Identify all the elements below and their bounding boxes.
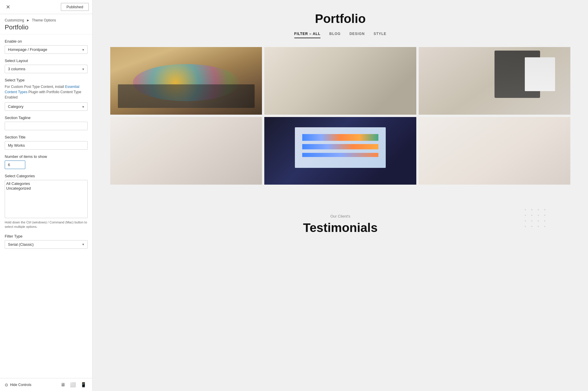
hide-controls-icon: ⊙ xyxy=(5,382,8,387)
bottom-bar: ⊙ Hide Controls 🖥 ⬜ 📱 xyxy=(0,378,92,391)
select-type-wrapper: CategoryPost Type ▼ xyxy=(5,102,88,111)
select-type-info-text1: For Custom Post Type Content, install xyxy=(5,85,65,89)
right-preview: Portfolio FILTER – ALL BLOG DESIGN STYLE xyxy=(93,0,588,391)
published-button[interactable]: Published xyxy=(61,3,89,11)
panel-scroll[interactable]: Enable on Homepage / FrontpageAll PagesN… xyxy=(0,34,92,378)
select-type-label: Select Type xyxy=(5,78,88,82)
select-type-info: For Custom Post Type Content, install Es… xyxy=(5,84,88,100)
portfolio-item xyxy=(110,47,262,115)
portfolio-title: Portfolio xyxy=(110,12,570,26)
num-items-label: Number of items to show xyxy=(5,154,88,159)
category-all: All Categories xyxy=(6,181,86,186)
section-tagline-input[interactable] xyxy=(5,122,88,130)
filter-tabs: FILTER – ALL BLOG DESIGN STYLE xyxy=(110,32,570,38)
select-layout-label: Select Layout xyxy=(5,59,88,63)
portfolio-item xyxy=(419,47,570,115)
num-items-group: Number of items to show xyxy=(5,154,88,169)
breadcrumb-customizing[interactable]: Customizing xyxy=(5,18,24,22)
portfolio-item xyxy=(419,117,570,185)
num-items-input[interactable] xyxy=(5,161,25,169)
breadcrumb-area: Customizing ► Theme Options Portfolio xyxy=(0,14,92,34)
select-layout-select[interactable]: 3 columns2 columns4 columns xyxy=(5,65,88,73)
enable-on-select[interactable]: Homepage / FrontpageAll PagesNone xyxy=(5,45,88,54)
enable-on-select-wrapper: Homepage / FrontpageAll PagesNone ▼ xyxy=(5,45,88,54)
portfolio-item xyxy=(110,117,262,185)
breadcrumb-separator: ► xyxy=(26,18,30,22)
select-type-group: Select Type For Custom Post Type Content… xyxy=(5,78,88,111)
filter-tab-design[interactable]: DESIGN xyxy=(350,32,365,38)
device-icons: 🖥 ⬜ 📱 xyxy=(59,381,88,388)
filter-type-select[interactable]: Serial (Classic)MasonryGrid xyxy=(5,240,88,249)
breadcrumb-theme-options[interactable]: Theme Options xyxy=(32,18,56,22)
page-title: Portfolio xyxy=(5,24,88,31)
portfolio-grid xyxy=(110,47,570,185)
testimonials-section: ++++ ++++ ++++ ++++ Our Client's Testimo… xyxy=(110,202,570,241)
select-type-select[interactable]: CategoryPost Type xyxy=(5,102,88,111)
left-panel: ✕ Published Customizing ► Theme Options … xyxy=(0,0,93,391)
section-title-input[interactable] xyxy=(5,141,88,150)
testimonials-label: Our Client's xyxy=(110,214,570,218)
category-uncategorized: Uncategorized xyxy=(6,186,86,191)
section-tagline-label: Section Tagline xyxy=(5,116,88,120)
categories-hint: Hold down the Ctrl (windows) / Command (… xyxy=(5,220,88,229)
hide-controls-button[interactable]: ⊙ Hide Controls xyxy=(5,382,31,387)
top-bar: ✕ Published xyxy=(0,0,92,14)
categories-select[interactable]: All Categories Uncategorized xyxy=(5,180,88,218)
filter-type-group: Filter Type Serial (Classic)MasonryGrid … xyxy=(5,234,88,249)
enable-on-label: Enable on xyxy=(5,39,88,44)
section-title-label: Section Title xyxy=(5,135,88,139)
section-tagline-group: Section Tagline xyxy=(5,116,88,130)
desktop-icon[interactable]: 🖥 xyxy=(59,381,66,388)
select-categories-group: Select Categories All Categories Uncateg… xyxy=(5,174,88,229)
filter-type-wrapper: Serial (Classic)MasonryGrid ▼ xyxy=(5,240,88,249)
tablet-icon[interactable]: ⬜ xyxy=(69,381,77,388)
breadcrumb: Customizing ► Theme Options xyxy=(5,18,88,22)
hide-controls-label: Hide Controls xyxy=(10,383,31,387)
portfolio-item xyxy=(264,47,416,115)
filter-tab-all[interactable]: FILTER – ALL xyxy=(294,32,320,38)
select-categories-label: Select Categories xyxy=(5,174,88,178)
testimonials-title: Testimonials xyxy=(110,221,570,235)
section-title-group: Section Title xyxy=(5,135,88,150)
mobile-icon[interactable]: 📱 xyxy=(79,381,88,388)
filter-type-label: Filter Type xyxy=(5,234,88,238)
select-layout-wrapper: 3 columns2 columns4 columns ▼ xyxy=(5,65,88,73)
portfolio-section: Portfolio FILTER – ALL BLOG DESIGN STYLE xyxy=(110,12,570,241)
dots-decoration: ++++ ++++ ++++ ++++ xyxy=(523,208,547,228)
select-layout-group: Select Layout 3 columns2 columns4 column… xyxy=(5,59,88,73)
close-button[interactable]: ✕ xyxy=(4,3,13,11)
portfolio-item xyxy=(264,117,416,185)
enable-on-group: Enable on Homepage / FrontpageAll PagesN… xyxy=(5,39,88,54)
filter-tab-style[interactable]: STYLE xyxy=(374,32,387,38)
filter-tab-blog[interactable]: BLOG xyxy=(329,32,341,38)
